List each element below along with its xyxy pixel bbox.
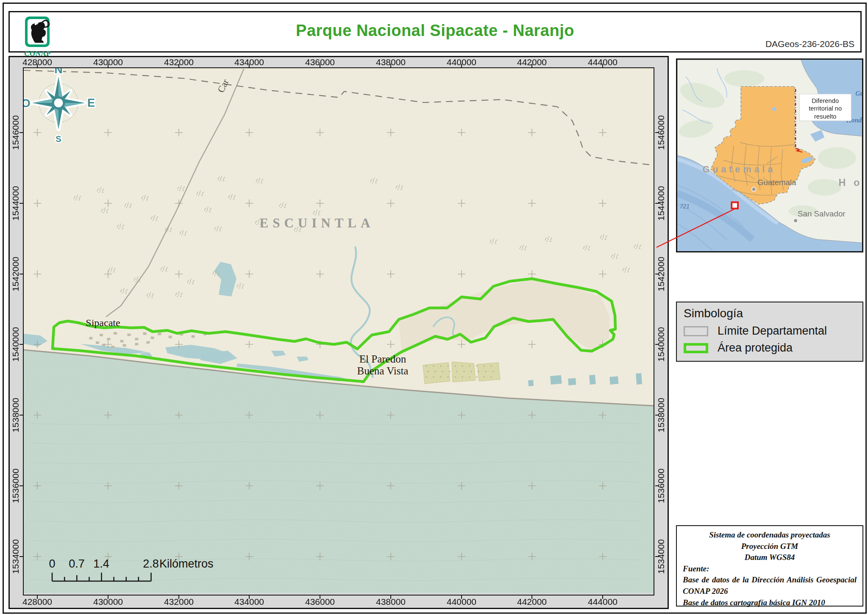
axis-tick — [461, 595, 462, 599]
axis-tick — [108, 595, 108, 599]
axis-tick — [655, 274, 659, 274]
axis-tick — [178, 595, 179, 599]
axis-tick — [19, 344, 23, 345]
departmental-boundary-swatch — [684, 326, 708, 336]
compass-n: N — [54, 68, 63, 76]
axis-tick — [37, 595, 38, 599]
inset-depth-label: 721 — [680, 203, 690, 210]
department-label: ESCUINTLA — [260, 216, 375, 230]
axis-tick — [320, 595, 320, 599]
city2-dot — [793, 219, 798, 223]
axis-tick — [178, 64, 179, 68]
scalebar-0: 0 — [49, 557, 55, 570]
axis-tick — [108, 64, 108, 68]
axis-tick — [249, 595, 250, 599]
axis-tick — [655, 344, 659, 345]
inset-map-canvas: Guatemala Guatemala San Salvador H o Hon… — [677, 60, 862, 251]
legend-label-departmental: Límite Departamental — [718, 324, 827, 338]
credits-source-1: Base de datos de la Dirección Análisis G… — [683, 574, 857, 597]
legend-item-departmental: Límite Departamental — [684, 324, 856, 338]
axis-tick — [655, 485, 659, 486]
axis-tick — [531, 64, 532, 68]
scalebar-28: 2.8 — [143, 557, 159, 570]
axis-tick — [320, 64, 320, 68]
dispute-note-line3: resuelto — [814, 113, 837, 120]
axis-tick — [390, 64, 391, 68]
axis-tick — [602, 64, 603, 68]
credits-box: Sistema de coordenadas proyectadas Proye… — [676, 525, 863, 607]
axis-tick — [655, 415, 659, 416]
credits-crs: Sistema de coordenadas proyectadas — [683, 529, 857, 541]
axis-tick — [19, 132, 23, 133]
inset-gulf-label: Gu — [855, 90, 862, 97]
axis-tick — [531, 595, 532, 599]
axis-tick — [249, 64, 250, 68]
capital-city-dot — [752, 187, 756, 191]
main-map-canvas: ESCUINTLA Sipacate El Paredon Buena Vist… — [24, 68, 654, 593]
dispute-note: Diferendo territorial no resuelto — [799, 94, 851, 121]
credits-projection: Proyección GTM — [683, 541, 857, 552]
axis-tick — [19, 203, 23, 204]
axis-tick — [19, 556, 23, 557]
axis-tick — [390, 595, 391, 599]
compass-s: S — [56, 134, 61, 144]
legend-label-protected: Área protegida — [718, 341, 793, 355]
scalebar-unit: Kilómetros — [159, 557, 214, 570]
axis-tick — [655, 132, 659, 133]
axis-tick — [655, 556, 659, 557]
park-location-marker — [732, 202, 738, 208]
inset-map: Guatemala Guatemala San Salvador H o Hon… — [676, 58, 863, 252]
legend-item-protected: Área protegida — [684, 341, 856, 355]
axis-tick — [602, 595, 603, 599]
document-id: DAGeos-236-2026-BS — [765, 39, 854, 49]
page-title: Parque Nacional Sipacate - Naranjo — [10, 22, 860, 40]
axis-tick — [655, 203, 659, 204]
inset-honduras-label: H o — [838, 177, 862, 188]
village-label-line1: El Paredon — [359, 353, 406, 365]
legend: Simbología Límite Departamental Área pro… — [676, 302, 863, 362]
scalebar-14: 1.4 — [93, 557, 109, 570]
axis-tick — [19, 485, 23, 486]
axis-tick — [37, 64, 38, 68]
paper-texture — [24, 68, 654, 593]
main-map: ESCUINTLA Sipacate El Paredon Buena Vist… — [23, 67, 654, 596]
credits-source-heading: Fuente: — [683, 563, 857, 575]
village-label-line2: Buena Vista — [357, 365, 409, 377]
axis-tick — [19, 274, 23, 274]
header: CONAP Parque Nacional Sipacate - Naranjo… — [8, 11, 862, 53]
compass-e: E — [87, 97, 95, 109]
axis-tick — [461, 64, 462, 68]
protected-area-swatch — [684, 343, 708, 353]
credits-source-2: Base de datos cartografía básica IGN 201… — [683, 597, 857, 609]
dispute-note-line2: territorial no — [809, 105, 842, 112]
legend-title: Simbología — [684, 307, 856, 320]
dispute-note-line1: Diferendo — [812, 97, 839, 104]
compass-o: O — [24, 97, 31, 110]
axis-tick — [19, 415, 23, 416]
credits-datum: Datum WGS84 — [683, 552, 857, 563]
scalebar-07: 0.7 — [69, 557, 85, 570]
inset-capital-label: Guatemala — [757, 178, 796, 187]
inset-city2-label: San Salvador — [798, 209, 845, 218]
page: CONAP Parque Nacional Sipacate - Naranjo… — [0, 0, 868, 615]
inset-country-label: Guatemala — [702, 164, 776, 175]
town-label-sipacate: Sipacate — [86, 317, 120, 328]
